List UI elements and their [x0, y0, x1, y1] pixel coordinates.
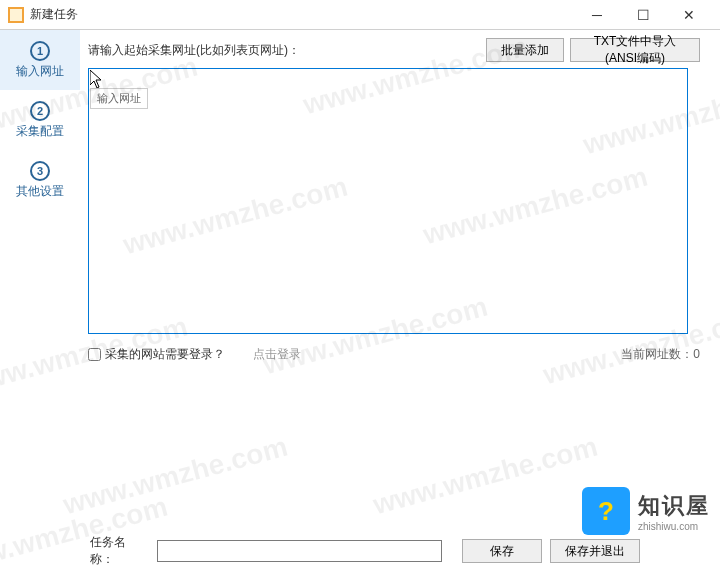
top-row: 请输入起始采集网址(比如列表页网址)： 批量添加 TXT文件中导入(ANSI编码… [88, 38, 700, 62]
maximize-button[interactable]: ☐ [620, 0, 666, 30]
sidebar-item-label: 其他设置 [16, 183, 64, 200]
save-exit-button[interactable]: 保存并退出 [550, 539, 640, 563]
url-input-textarea[interactable] [88, 68, 688, 334]
sidebar-item-label: 采集配置 [16, 123, 64, 140]
txt-import-button[interactable]: TXT文件中导入(ANSI编码) [570, 38, 700, 62]
step-2-icon: 2 [30, 101, 50, 121]
batch-add-button[interactable]: 批量添加 [486, 38, 564, 62]
sidebar-item-other-settings[interactable]: 3 其他设置 [0, 150, 80, 210]
sidebar: 1 输入网址 2 采集配置 3 其他设置 [0, 30, 80, 531]
window-title: 新建任务 [30, 6, 574, 23]
url-count-label: 当前网址数：0 [621, 346, 700, 363]
step-1-icon: 1 [30, 41, 50, 61]
content-panel: 请输入起始采集网址(比如列表页网址)： 批量添加 TXT文件中导入(ANSI编码… [80, 30, 720, 531]
task-name-input[interactable] [157, 540, 442, 562]
url-prompt-label: 请输入起始采集网址(比如列表页网址)： [88, 42, 480, 59]
sidebar-item-input-url[interactable]: 1 输入网址 [0, 30, 80, 90]
bottom-bar: 任务名称： 保存 保存并退出 [0, 531, 720, 571]
login-question-label: 采集的网站需要登录？ [105, 346, 225, 363]
task-name-label: 任务名称： [90, 534, 149, 568]
below-row: 采集的网站需要登录？ 点击登录 当前网址数：0 [88, 346, 700, 363]
minimize-button[interactable]: ─ [574, 0, 620, 30]
sidebar-item-collect-config[interactable]: 2 采集配置 [0, 90, 80, 150]
sidebar-item-label: 输入网址 [16, 63, 64, 80]
step-3-icon: 3 [30, 161, 50, 181]
window-buttons: ─ ☐ ✕ [574, 0, 712, 30]
app-icon [8, 7, 24, 23]
click-login-link[interactable]: 点击登录 [253, 346, 301, 363]
titlebar: 新建任务 ─ ☐ ✕ [0, 0, 720, 30]
save-button[interactable]: 保存 [462, 539, 542, 563]
login-required-checkbox[interactable] [88, 348, 101, 361]
main-area: 1 输入网址 2 采集配置 3 其他设置 请输入起始采集网址(比如列表页网址)：… [0, 30, 720, 531]
svg-rect-1 [10, 9, 22, 21]
close-button[interactable]: ✕ [666, 0, 712, 30]
